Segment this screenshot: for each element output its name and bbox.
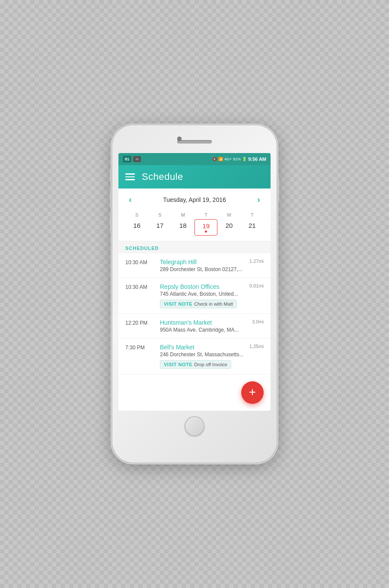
cal-header-2: M (172, 211, 194, 219)
today-dot (205, 230, 207, 233)
calendar-header-row: S S M T W T (125, 211, 264, 219)
calendar-grid: S S M T W T 16 17 18 19 20 21 (125, 211, 264, 236)
calendar-prev-button[interactable]: ‹ (125, 194, 135, 205)
scheduled-label: SCHEDULED (125, 246, 264, 251)
status-left: 81 ✉ (123, 156, 141, 163)
visit-note-label-1: VISIT NOTE (164, 301, 192, 307)
scheduled-section: SCHEDULED (118, 241, 271, 253)
calendar-next-button[interactable]: › (254, 194, 264, 205)
item-address-1: 745 Atlantic Ave, Boston, United... (160, 291, 264, 297)
volume-down-button (110, 212, 112, 231)
schedule-item-3[interactable]: 7:30 PM Bell's Market 1.25mi 246 Dorches… (118, 339, 271, 374)
item-name-row-0: Telegraph Hill 1.27mi (160, 259, 264, 265)
status-time: 9:56 AM (248, 157, 266, 162)
app-header: Schedule (118, 165, 271, 189)
item-row-top-0: 10:30 AM Telegraph Hill 1.27mi 289 Dorch… (125, 259, 264, 272)
status-right: 🔇 📶 4G+ 81% 🔋 9:56 AM (212, 157, 266, 162)
item-row-top-2: 12:20 PM Huntsman's Market 3.0mi 950A Ma… (125, 319, 264, 333)
app-notification-icon: 81 (123, 156, 131, 163)
item-name-3: Bell's Market (160, 344, 194, 351)
visit-note-3: VISIT NOTE Drop off Invoice (160, 360, 231, 369)
calendar-section: ‹ Tuesday, April 19, 2016 › S S M T W T … (118, 189, 271, 241)
item-address-0: 289 Dorchester St, Boston 02127,... (160, 266, 264, 272)
menu-button[interactable] (125, 173, 135, 180)
mute-icon: 🔇 (212, 157, 217, 161)
item-name-row-2: Huntsman's Market 3.0mi (160, 319, 264, 326)
volume-up-button (110, 188, 112, 208)
cal-day-20[interactable]: 20 (217, 219, 240, 236)
speaker (177, 140, 212, 144)
item-details-3: Bell's Market 1.25mi 246 Dorchester St, … (160, 344, 264, 369)
add-icon: + (249, 386, 256, 398)
schedule-item-1[interactable]: 10:30 AM Repsly Boston Offices 0.01mi 74… (118, 278, 271, 314)
visit-note-text-1: Check in with Matt (194, 301, 233, 307)
schedule-list: 10:30 AM Telegraph Hill 1.27mi 289 Dorch… (118, 253, 271, 374)
calendar-days-row: 16 17 18 19 20 21 (125, 219, 264, 236)
item-name-0: Telegraph Hill (160, 259, 197, 265)
item-row-top-1: 10:30 AM Repsly Boston Offices 0.01mi 74… (125, 283, 264, 308)
item-address-3: 246 Dorchester St, Massachusetts... (160, 352, 264, 358)
cal-header-4: W (217, 211, 240, 219)
cal-header-0: S (125, 211, 148, 219)
item-name-2: Huntsman's Market (160, 319, 212, 326)
hamburger-line-1 (125, 173, 135, 175)
item-address-2: 950A Mass Ave, Cambridge, MA... (160, 327, 264, 333)
visit-note-1: VISIT NOTE Check in with Matt (160, 300, 237, 308)
item-row-top-3: 7:30 PM Bell's Market 1.25mi 246 Dorches… (125, 344, 264, 369)
visit-note-text-3: Drop off Invoice (194, 362, 227, 367)
add-button[interactable]: + (241, 381, 264, 404)
status-bar: 81 ✉ 🔇 📶 4G+ 81% 🔋 9:56 AM (118, 153, 271, 165)
calendar-nav: ‹ Tuesday, April 19, 2016 › (125, 194, 264, 205)
mute-button (110, 169, 112, 182)
item-time-1: 10:30 AM (125, 283, 155, 290)
power-button (277, 177, 279, 201)
battery-percent: 81% (233, 157, 241, 161)
item-name-row-3: Bell's Market 1.25mi (160, 344, 264, 351)
item-details-0: Telegraph Hill 1.27mi 289 Dorchester St,… (160, 259, 264, 272)
cal-header-5: T (241, 211, 264, 219)
network-label: 4G+ (224, 157, 232, 161)
screen: 81 ✉ 🔇 📶 4G+ 81% 🔋 9:56 AM Schedule (118, 153, 271, 411)
calendar-date-title: Tuesday, April 19, 2016 (163, 196, 226, 203)
messaging-icon: ✉ (133, 156, 141, 162)
battery-icon: 🔋 (242, 157, 247, 161)
item-time-0: 10:30 AM (125, 259, 155, 265)
visit-note-label-3: VISIT NOTE (164, 362, 192, 367)
app-title: Schedule (142, 171, 183, 182)
cal-day-18[interactable]: 18 (172, 219, 194, 236)
cal-day-19-today[interactable]: 19 (194, 219, 217, 236)
item-details-1: Repsly Boston Offices 0.01mi 745 Atlanti… (160, 283, 264, 308)
item-time-2: 12:20 PM (125, 319, 155, 326)
phone-top (118, 133, 271, 150)
cal-day-21[interactable]: 21 (241, 219, 264, 236)
item-distance-1: 0.01mi (249, 283, 264, 288)
hamburger-line-3 (125, 179, 135, 180)
item-details-2: Huntsman's Market 3.0mi 950A Mass Ave, C… (160, 319, 264, 333)
schedule-item-0[interactable]: 10:30 AM Telegraph Hill 1.27mi 289 Dorch… (118, 253, 271, 278)
item-distance-2: 3.0mi (252, 319, 264, 324)
fab-container: + (118, 374, 271, 411)
home-button[interactable] (185, 416, 204, 436)
item-distance-0: 1.27mi (249, 259, 264, 264)
cal-day-16[interactable]: 16 (125, 219, 148, 236)
item-name-row-1: Repsly Boston Offices 0.01mi (160, 283, 264, 290)
wifi-icon: 📶 (218, 157, 223, 161)
cal-day-17[interactable]: 17 (148, 219, 171, 236)
item-distance-3: 1.25mi (249, 344, 264, 349)
front-camera (177, 137, 182, 141)
phone-bottom (118, 414, 271, 438)
phone-frame: 81 ✉ 🔇 📶 4G+ 81% 🔋 9:56 AM Schedule (112, 125, 277, 463)
cal-header-1: S (148, 211, 171, 219)
schedule-item-2[interactable]: 12:20 PM Huntsman's Market 3.0mi 950A Ma… (118, 314, 271, 339)
item-time-3: 7:30 PM (125, 344, 155, 351)
item-name-1: Repsly Boston Offices (160, 283, 219, 290)
cal-header-3: T (194, 211, 217, 219)
hamburger-line-2 (125, 176, 135, 178)
